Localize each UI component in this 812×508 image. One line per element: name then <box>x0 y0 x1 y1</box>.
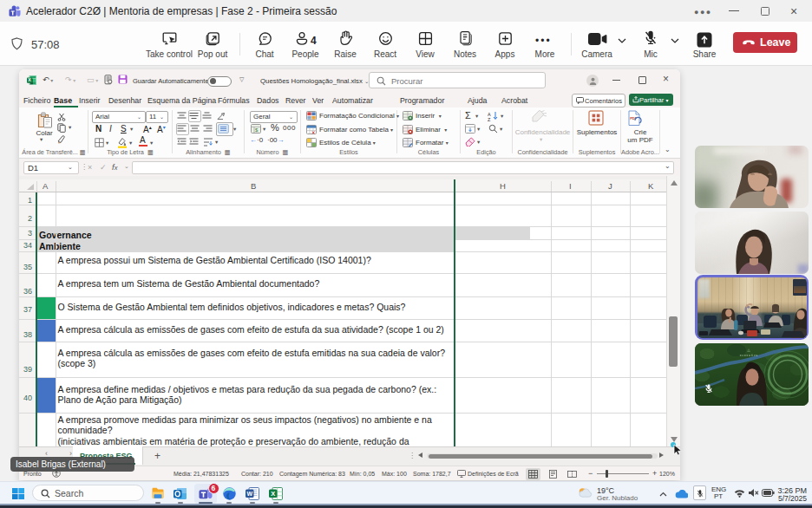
svg-text:△: △ <box>747 348 750 352</box>
svg-text:e c o s a t i v a: e c o s a t i v a <box>740 354 758 357</box>
svg-text:W: W <box>246 491 252 497</box>
svg-text:X: X <box>28 77 31 82</box>
svg-text:Z: Z <box>488 117 491 122</box>
svg-text:X: X <box>271 490 275 498</box>
